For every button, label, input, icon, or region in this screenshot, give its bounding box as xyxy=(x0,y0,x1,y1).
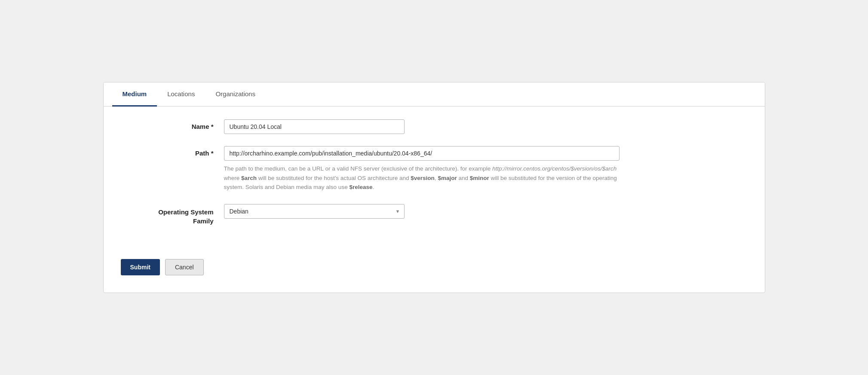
form-area: Name * Path * The path to the medium, ca… xyxy=(104,107,765,255)
tabs-bar: Medium Locations Organizations xyxy=(104,82,765,107)
name-input[interactable] xyxy=(224,119,405,134)
help-text-bold3: $major xyxy=(438,175,457,181)
help-text-bold1: $arch xyxy=(241,175,257,181)
tab-organizations[interactable]: Organizations xyxy=(205,82,266,107)
name-label: Name * xyxy=(121,119,224,130)
buttons-area: Submit Cancel xyxy=(104,255,765,293)
path-label: Path * xyxy=(121,146,224,157)
help-text-part2: where xyxy=(224,175,242,181)
path-field: The path to the medium, can be a URL or … xyxy=(224,146,620,192)
tab-medium[interactable]: Medium xyxy=(112,82,157,107)
os-family-label: Operating System Family xyxy=(121,204,224,226)
name-field xyxy=(224,119,620,134)
os-family-field: Debian RedHat Suse Gentoo Archlinux Mand… xyxy=(224,204,620,219)
tab-locations[interactable]: Locations xyxy=(157,82,205,107)
os-family-row: Operating System Family Debian RedHat Su… xyxy=(121,204,748,226)
help-text-bold5: $release xyxy=(349,184,372,190)
help-text-part3: will be substituted for the host's actua… xyxy=(257,175,411,181)
path-help-text: The path to the medium, can be a URL or … xyxy=(224,164,620,192)
help-text-italic: http://mirror.centos.org/centos/$version… xyxy=(492,165,616,172)
help-text-bold2: $version xyxy=(411,175,435,181)
path-row: Path * The path to the medium, can be a … xyxy=(121,146,748,192)
path-input[interactable] xyxy=(224,146,620,161)
help-text-part7: . xyxy=(372,184,374,190)
help-text-bold4: $minor xyxy=(470,175,489,181)
os-family-select[interactable]: Debian RedHat Suse Gentoo Archlinux Mand… xyxy=(224,204,405,219)
submit-button[interactable]: Submit xyxy=(121,259,160,275)
name-row: Name * xyxy=(121,119,748,134)
help-text-part5: and xyxy=(457,175,470,181)
os-family-select-wrapper: Debian RedHat Suse Gentoo Archlinux Mand… xyxy=(224,204,405,219)
cancel-button[interactable]: Cancel xyxy=(165,259,204,275)
page-container: Medium Locations Organizations Name * Pa… xyxy=(103,82,765,293)
help-text-part1: The path to the medium, can be a URL or … xyxy=(224,165,493,172)
